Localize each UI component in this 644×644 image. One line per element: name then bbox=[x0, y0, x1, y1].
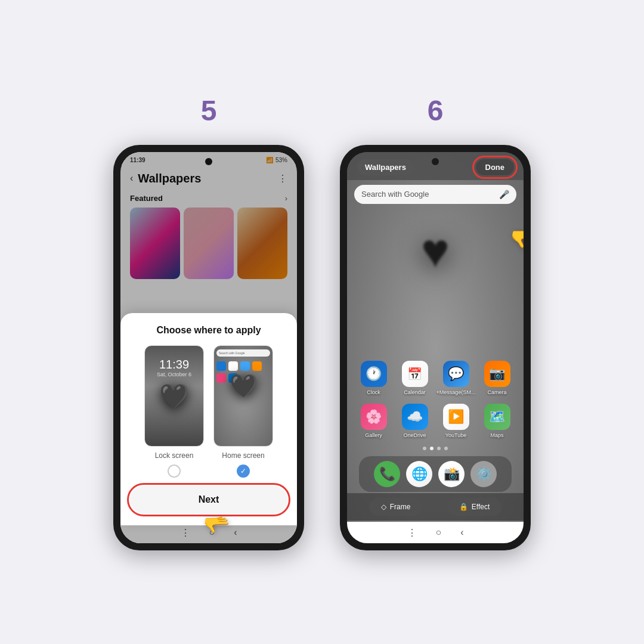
nav-bar-6: ⋮ ○ ‹ bbox=[347, 522, 524, 543]
dock-chrome[interactable]: 🌐 bbox=[406, 461, 432, 487]
message-label: +Message(SM... bbox=[436, 389, 476, 395]
app-gallery[interactable]: 🌸 Gallery bbox=[356, 404, 392, 438]
nav-home-6-icon[interactable]: ○ bbox=[436, 527, 442, 538]
gallery-label: Gallery bbox=[365, 432, 382, 438]
onedrive-label: OneDrive bbox=[403, 432, 426, 438]
dot-3 bbox=[437, 447, 441, 450]
app-message[interactable]: 💬 +Message(SM... bbox=[438, 361, 474, 395]
app-camera[interactable]: 📷 Camera bbox=[479, 361, 515, 395]
onedrive-icon: ☁️ bbox=[402, 404, 428, 430]
message-icon: 💬 bbox=[443, 361, 469, 387]
next-button[interactable]: Next bbox=[130, 486, 287, 513]
prev-app-1 bbox=[216, 361, 226, 371]
lock-date: Sat, October 6 bbox=[145, 371, 203, 377]
step-5: 5 11:39 📶 53% ‹ Wallpapers ⋮ bbox=[113, 94, 304, 550]
done-button[interactable]: Done bbox=[476, 159, 515, 175]
app-grid: 🕐 Clock 📅 Calendar 💬 +Message(SM... bbox=[347, 361, 524, 492]
hand-cursor-5: 🫳 bbox=[203, 512, 230, 537]
mic-icon[interactable]: 🎤 bbox=[499, 190, 509, 199]
app-maps[interactable]: 🗺️ Maps bbox=[479, 404, 515, 438]
dock-phone[interactable]: 📞 bbox=[374, 461, 400, 487]
search-bar-6[interactable]: Search with Google 🎤 bbox=[354, 185, 516, 204]
choose-where-sheet: Choose where to apply 11:39 Sat, October… bbox=[120, 313, 297, 525]
frame-label: Frame bbox=[390, 503, 411, 511]
prev-app-4 bbox=[252, 361, 262, 371]
app-youtube[interactable]: ▶️ YouTube bbox=[438, 404, 474, 438]
heart-home: 🖤 bbox=[230, 373, 258, 399]
sheet-title: Choose where to apply bbox=[130, 325, 287, 336]
wallpapers-tab[interactable]: Wallpapers bbox=[357, 159, 414, 175]
phone-6-screen: Wallpapers Done Search with Google 🎤 ♥ 🕐… bbox=[347, 152, 524, 543]
main-container: 5 11:39 📶 53% ‹ Wallpapers ⋮ bbox=[89, 70, 555, 574]
effect-label: Effect bbox=[472, 503, 490, 511]
dock-photos[interactable]: 📸 bbox=[438, 461, 465, 487]
phone-5: 11:39 📶 53% ‹ Wallpapers ⋮ Featured › bbox=[113, 145, 304, 550]
frame-icon: ◇ bbox=[381, 503, 386, 511]
step-5-number: 5 bbox=[201, 94, 217, 127]
camera-icon: 📷 bbox=[484, 361, 510, 387]
phone-6: Wallpapers Done Search with Google 🎤 ♥ 🕐… bbox=[340, 145, 531, 550]
lock-screen-option[interactable]: 11:39 Sat, October 6 🖤 Lock screen bbox=[144, 345, 204, 478]
prev-app-2 bbox=[228, 361, 238, 371]
phone6-header: Wallpapers Done bbox=[347, 152, 524, 180]
sheet-options: 11:39 Sat, October 6 🖤 Lock screen Searc… bbox=[130, 345, 287, 478]
nav-recent-6-icon[interactable]: ⋮ bbox=[407, 527, 417, 538]
youtube-label: YouTube bbox=[445, 432, 466, 438]
camera-label: Camera bbox=[487, 389, 506, 395]
lock-screen-preview: 11:39 Sat, October 6 🖤 bbox=[144, 345, 204, 447]
clock-label: Clock bbox=[367, 389, 380, 395]
heart-wallpaper: ♥ bbox=[421, 224, 450, 278]
lock-screen-radio[interactable] bbox=[168, 465, 181, 478]
search-text: Search with Google bbox=[361, 190, 429, 199]
bottom-toolbar: ◇ Frame 🔒 Effect bbox=[347, 493, 524, 521]
effect-button[interactable]: 🔒 Effect bbox=[447, 498, 501, 516]
app-calendar[interactable]: 📅 Calendar bbox=[397, 361, 433, 395]
dots-indicator bbox=[353, 447, 518, 450]
youtube-icon: ▶️ bbox=[443, 404, 469, 430]
hand-cursor-6: 🫳 bbox=[510, 224, 524, 253]
dock: 📞 🌐 📸 ⚙️ bbox=[359, 456, 512, 492]
calendar-label: Calendar bbox=[404, 389, 426, 395]
maps-icon: 🗺️ bbox=[484, 404, 510, 430]
clock-icon: 🕐 bbox=[361, 361, 387, 387]
step-6-number: 6 bbox=[428, 94, 444, 127]
camera-6 bbox=[432, 158, 439, 165]
dot-1 bbox=[423, 447, 426, 450]
lock-screen-label: Lock screen bbox=[155, 451, 194, 460]
heart-lock: 🖤 bbox=[159, 382, 189, 410]
preview-search: Search with Google bbox=[216, 349, 270, 357]
home-screen-preview: Search with Google 🖤 bbox=[213, 345, 273, 447]
lock-time: 11:39 bbox=[145, 346, 203, 371]
prev-app-5 bbox=[216, 373, 226, 383]
frame-button[interactable]: ◇ Frame bbox=[369, 498, 423, 516]
nav-back-6-icon[interactable]: ‹ bbox=[460, 527, 463, 538]
step-6: 6 Wallpapers Done Search with Google 🎤 ♥ bbox=[340, 94, 531, 550]
effect-icon: 🔒 bbox=[459, 503, 468, 511]
dot-4 bbox=[444, 447, 448, 450]
home-screen-option[interactable]: Search with Google 🖤 bbox=[213, 345, 273, 478]
dock-settings[interactable]: ⚙️ bbox=[470, 461, 497, 487]
home-screen-label: Home screen bbox=[222, 451, 264, 460]
dot-2 bbox=[430, 447, 434, 450]
maps-label: Maps bbox=[490, 432, 503, 438]
app-row-2: 🌸 Gallery ☁️ OneDrive ▶️ YouTube 🗺️ bbox=[353, 404, 518, 438]
app-row-1: 🕐 Clock 📅 Calendar 💬 +Message(SM... bbox=[353, 361, 518, 395]
app-clock[interactable]: 🕐 Clock bbox=[356, 361, 392, 395]
prev-app-3 bbox=[240, 361, 250, 371]
calendar-icon: 📅 bbox=[402, 361, 428, 387]
app-onedrive[interactable]: ☁️ OneDrive bbox=[397, 404, 433, 438]
home-screen-radio[interactable] bbox=[237, 465, 250, 478]
phone-5-screen: 11:39 📶 53% ‹ Wallpapers ⋮ Featured › bbox=[120, 152, 297, 543]
gallery-icon: 🌸 bbox=[361, 404, 387, 430]
